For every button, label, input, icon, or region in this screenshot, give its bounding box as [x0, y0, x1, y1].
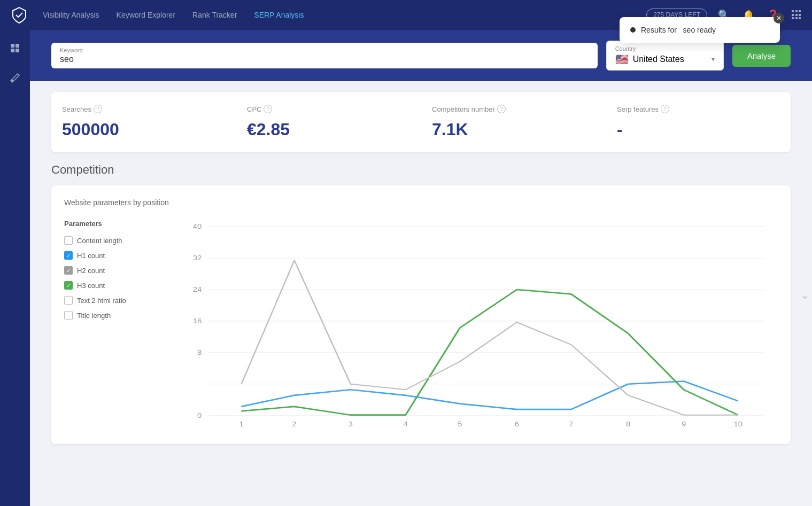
- svg-rect-3: [16, 49, 19, 52]
- svg-text:32: 32: [193, 254, 202, 262]
- svg-text:4: 4: [404, 421, 408, 428]
- grid-icon: [792, 10, 801, 20]
- scroll-chevron-icon: ›: [800, 295, 812, 299]
- chart-svg-wrapper: 40 32 24 16 8 0: [182, 215, 778, 431]
- country-value: United States: [633, 55, 684, 64]
- svg-text:2: 2: [292, 421, 296, 428]
- notification-dot-icon: [630, 27, 636, 33]
- svg-text:8: 8: [626, 421, 631, 428]
- nav-keyword-explorer[interactable]: Keyword Explorer: [117, 11, 176, 19]
- svg-text:8: 8: [197, 349, 202, 356]
- text2html-checkbox[interactable]: [64, 296, 73, 305]
- nav-visibility-analysis[interactable]: Visibility Analysis: [43, 11, 99, 19]
- notification-close-button[interactable]: ✕: [774, 13, 784, 24]
- stat-searches-label: Searches ?: [62, 105, 225, 113]
- chart-legend: Parameters Content length ✓ H1 count: [64, 215, 171, 431]
- stat-cpc-value: €2.85: [247, 120, 410, 139]
- keyword-field: Keyword seo: [51, 43, 598, 68]
- stat-competitors-label: Competitors number ?: [432, 105, 595, 113]
- nav-rank-tracker[interactable]: Rank Tracker: [192, 11, 237, 19]
- h1-checkmark: ✓: [66, 253, 71, 259]
- country-flag: 🇺🇸: [615, 53, 629, 66]
- sidebar-dashboard-icon[interactable]: [5, 38, 25, 58]
- nav-serp-analysis[interactable]: SERP Analysis: [254, 11, 304, 19]
- svg-text:7: 7: [569, 421, 573, 428]
- stat-cpc-label: CPC ?: [247, 105, 410, 113]
- legend-content-length[interactable]: Content length: [64, 236, 171, 245]
- svg-text:10: 10: [733, 421, 743, 428]
- stat-serp-features: Serp features ? -: [606, 92, 791, 152]
- stat-cpc: CPC ? €2.85: [236, 92, 421, 152]
- svg-text:5: 5: [458, 421, 462, 428]
- svg-text:24: 24: [193, 286, 202, 293]
- stat-serp-features-value: -: [617, 120, 780, 139]
- legend-title-length-label: Title length: [77, 312, 111, 320]
- keyword-value: seo: [60, 55, 589, 64]
- notification-text: Results for seo ready: [641, 26, 716, 34]
- content-length-checkbox[interactable]: [64, 236, 73, 245]
- legend-h3-count[interactable]: ✓ H3 count: [64, 281, 171, 290]
- sidebar: [0, 30, 30, 506]
- competition-title: Competition: [51, 163, 791, 177]
- notification-popup: ✕ Results for seo ready: [620, 17, 780, 43]
- h3-count-checkbox[interactable]: ✓: [64, 281, 73, 290]
- svg-text:3: 3: [349, 421, 353, 428]
- chart-container: Website parameters by position Parameter…: [51, 185, 791, 444]
- analyse-button[interactable]: Analyse: [732, 45, 791, 67]
- stat-serp-features-label: Serp features ?: [617, 105, 780, 113]
- legend-text2html-label: Text 2 html ratio: [77, 297, 126, 305]
- stat-competitors-value: 7.1K: [432, 120, 595, 139]
- legend-title: Parameters: [64, 220, 171, 228]
- svg-text:16: 16: [193, 317, 202, 325]
- serp-features-info-icon[interactable]: ?: [661, 105, 669, 113]
- notification-highlight: seo ready: [683, 26, 716, 34]
- legend-title-length[interactable]: Title length: [64, 311, 171, 320]
- svg-text:6: 6: [515, 421, 520, 428]
- legend-h2-count[interactable]: ✓ H2 count: [64, 266, 171, 275]
- stat-searches-value: 500000: [62, 120, 225, 139]
- h3-checkmark: ✓: [66, 283, 71, 289]
- competition-section: Competition Website parameters by positi…: [51, 163, 791, 444]
- svg-text:9: 9: [682, 421, 686, 428]
- svg-rect-0: [11, 44, 14, 48]
- stat-competitors: Competitors number ? 7.1K: [421, 92, 606, 152]
- nav-links: Visibility Analysis Keyword Explorer Ran…: [43, 11, 646, 19]
- svg-text:40: 40: [193, 223, 202, 230]
- legend-text2html[interactable]: Text 2 html ratio: [64, 296, 171, 305]
- h2-count-checkbox[interactable]: ✓: [64, 266, 73, 275]
- stats-row: Searches ? 500000 CPC ? €2.85 Competitor…: [51, 92, 791, 152]
- app-logo: [9, 4, 30, 26]
- chart-svg: 40 32 24 16 8 0: [182, 215, 778, 429]
- sidebar-tools-icon[interactable]: [5, 68, 25, 88]
- main-content: Keyword seo Country 🇺🇸 United States ▾ A…: [30, 30, 812, 506]
- legend-h3-count-label: H3 count: [77, 282, 105, 290]
- svg-rect-2: [11, 49, 14, 52]
- country-field[interactable]: Country 🇺🇸 United States ▾: [606, 41, 724, 71]
- svg-rect-1: [16, 44, 19, 48]
- keyword-label: Keyword: [60, 47, 589, 53]
- svg-text:0: 0: [197, 412, 202, 419]
- stat-searches: Searches ? 500000: [51, 92, 236, 152]
- h1-count-checkbox[interactable]: ✓: [64, 251, 73, 260]
- svg-text:1: 1: [239, 421, 243, 428]
- country-label: Country: [615, 45, 715, 52]
- title-length-checkbox[interactable]: [64, 311, 73, 320]
- chart-subtitle: Website parameters by position: [64, 198, 778, 207]
- chart-area: Parameters Content length ✓ H1 count: [64, 215, 778, 431]
- cpc-info-icon[interactable]: ?: [264, 105, 272, 113]
- legend-h1-count-label: H1 count: [77, 252, 105, 260]
- h2-checkmark: ✓: [66, 268, 71, 274]
- searches-info-icon[interactable]: ?: [94, 105, 102, 113]
- legend-content-length-label: Content length: [77, 237, 122, 245]
- legend-h1-count[interactable]: ✓ H1 count: [64, 251, 171, 260]
- legend-h2-count-label: H2 count: [77, 267, 105, 275]
- competitors-info-icon[interactable]: ?: [497, 105, 506, 113]
- apps-button[interactable]: [790, 8, 803, 22]
- svg-point-4: [11, 80, 13, 82]
- notification-prefix: Results for: [641, 26, 677, 34]
- chevron-down-icon: ▾: [712, 56, 715, 63]
